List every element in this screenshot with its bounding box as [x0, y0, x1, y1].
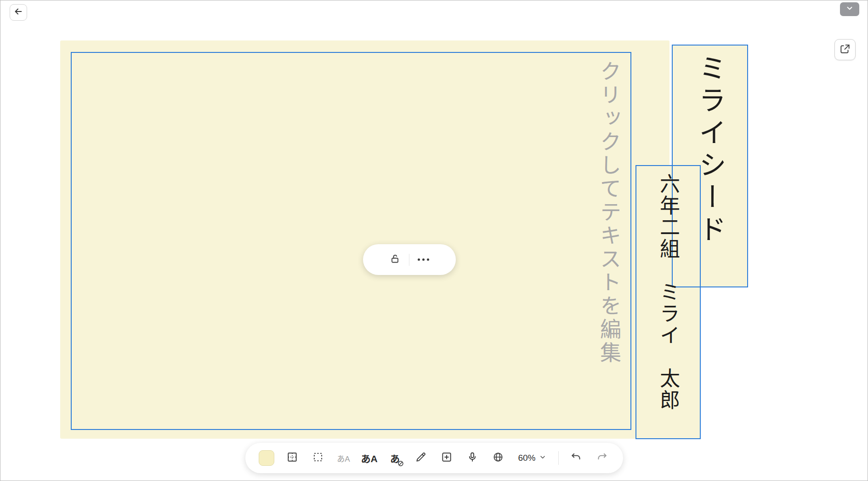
- chevron-down-icon: [539, 453, 546, 463]
- font-large-icon: あA: [361, 451, 377, 465]
- voice-input-button[interactable]: [462, 448, 482, 468]
- lock-toggle-button[interactable]: [390, 253, 401, 266]
- menu-divider: [409, 254, 409, 266]
- selection-marquee-button[interactable]: [307, 448, 328, 468]
- selection-menu: [363, 244, 456, 275]
- more-options-button[interactable]: [418, 258, 429, 261]
- ellipsis-icon: [418, 258, 420, 261]
- bottom-toolbar: あA あA あ: [245, 443, 623, 473]
- draw-button[interactable]: [410, 448, 431, 468]
- redo-icon: [596, 451, 608, 465]
- collapse-panel-button[interactable]: [840, 2, 859, 16]
- back-button[interactable]: [10, 4, 27, 21]
- square-plus-icon: [440, 451, 452, 465]
- frame-style-button[interactable]: [282, 448, 302, 468]
- editor-window: クリックしてテキストを編集 ミライシード 六年二組 ミライ 太郎: [0, 0, 868, 481]
- ruby-toggle-button[interactable]: あ: [385, 448, 405, 468]
- lock-open-icon: [390, 253, 401, 266]
- font-size-small-button[interactable]: あA: [333, 448, 353, 468]
- textbox-placeholder: クリックしてテキストを編集: [594, 60, 624, 365]
- border-frame-icon: [286, 451, 298, 465]
- globe-icon: [492, 451, 504, 465]
- share-forward-icon: [839, 43, 851, 57]
- chevron-down-icon: [845, 4, 854, 14]
- ruby-off-icon: あ: [390, 451, 400, 465]
- color-swatch-icon: [258, 450, 274, 466]
- background-color-button[interactable]: [256, 448, 276, 468]
- undo-icon: [570, 451, 582, 465]
- pencil-icon: [414, 451, 426, 465]
- main-textbox[interactable]: クリックしてテキストを編集: [71, 52, 631, 430]
- language-button[interactable]: [488, 448, 508, 468]
- share-button[interactable]: [834, 39, 856, 60]
- byline-textbox[interactable]: 六年二組 ミライ 太郎: [635, 165, 701, 439]
- byline-text: 六年二組 ミライ 太郎: [653, 166, 683, 438]
- add-item-button[interactable]: [436, 448, 456, 468]
- dashed-selection-icon: [312, 451, 323, 465]
- microphone-icon: [466, 451, 478, 465]
- zoom-value: 60%: [518, 453, 535, 463]
- toolbar-divider: [558, 451, 559, 465]
- redo-button[interactable]: [592, 448, 612, 468]
- zoom-control[interactable]: 60%: [513, 448, 550, 468]
- arrow-left-icon: [13, 6, 23, 18]
- font-size-large-button[interactable]: あA: [359, 448, 379, 468]
- undo-button[interactable]: [566, 448, 586, 468]
- font-small-icon: あA: [337, 452, 350, 464]
